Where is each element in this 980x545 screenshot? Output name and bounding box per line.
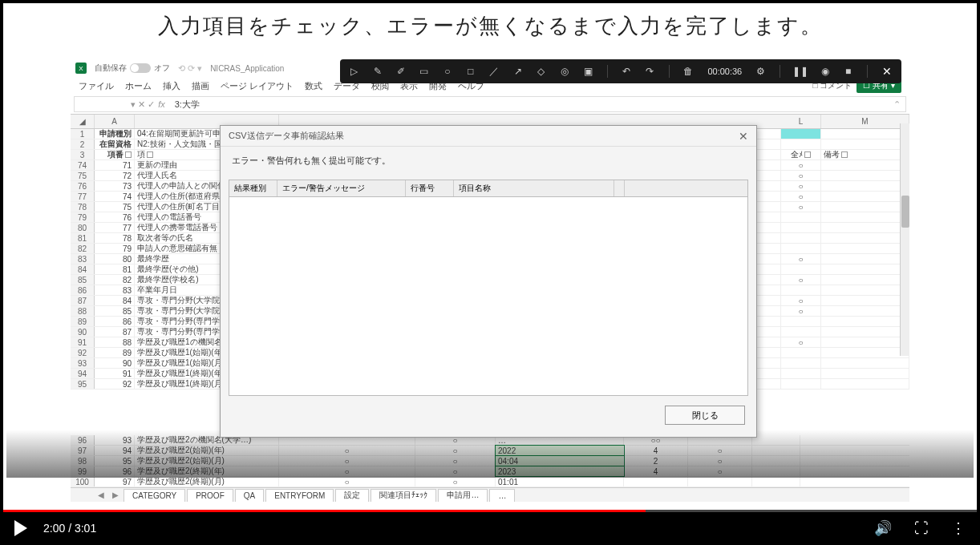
cell[interactable] (781, 264, 821, 274)
scrollbar-thumb[interactable] (901, 196, 909, 228)
cell[interactable]: 81 (95, 264, 135, 274)
cell[interactable] (821, 337, 909, 347)
dialog-close-button[interactable]: 閉じる (665, 406, 745, 425)
ribbon-tab[interactable]: ページ レイアウト (221, 80, 294, 92)
cell[interactable]: 備考 (821, 150, 909, 159)
cell[interactable] (821, 129, 909, 139)
cell[interactable] (821, 379, 909, 389)
cell[interactable] (781, 139, 821, 149)
cell[interactable] (821, 202, 909, 212)
cell[interactable]: ○ (781, 202, 821, 212)
pointer-icon[interactable]: ▷ (350, 66, 358, 77)
row-number[interactable]: 81 (71, 233, 95, 243)
cell[interactable] (821, 275, 909, 285)
cell[interactable]: 92 (95, 379, 135, 389)
cell[interactable]: ○ (781, 171, 821, 180)
col-m[interactable]: M (821, 115, 909, 128)
cell[interactable] (781, 348, 821, 357)
cell[interactable]: ○ (781, 337, 821, 347)
cell[interactable]: 87 (95, 327, 135, 337)
cell[interactable]: ○ (781, 275, 821, 285)
recorder-close-icon[interactable]: ✕ (882, 65, 892, 78)
cell[interactable]: ○ (781, 192, 821, 201)
pen-icon[interactable]: ✎ (373, 66, 382, 77)
cell[interactable] (821, 233, 909, 243)
cell[interactable]: ○ (781, 181, 821, 191)
cell[interactable] (781, 223, 821, 232)
cell[interactable]: 86 (95, 317, 135, 326)
cell[interactable] (821, 223, 909, 232)
cell[interactable] (821, 244, 909, 253)
rec-settings-icon[interactable]: ⚙ (756, 66, 765, 77)
cell[interactable] (821, 171, 909, 180)
row-number[interactable]: 80 (71, 223, 95, 232)
more-icon[interactable]: ⋮ (951, 519, 966, 537)
cell[interactable] (821, 348, 909, 357)
row-number[interactable]: 83 (71, 254, 95, 264)
col-l[interactable]: L (781, 115, 821, 128)
cell[interactable] (781, 327, 821, 337)
cell[interactable]: 89 (95, 348, 135, 357)
cell[interactable]: 90 (95, 358, 135, 368)
row-number[interactable]: 94 (71, 369, 95, 378)
cell[interactable] (821, 192, 909, 201)
cell[interactable] (821, 139, 909, 149)
fullscreen-icon[interactable]: ⛶ (914, 520, 929, 537)
row-number[interactable]: 90 (71, 327, 95, 337)
cell[interactable] (781, 369, 821, 378)
cell[interactable]: 75 (95, 202, 135, 212)
cell[interactable] (821, 160, 909, 170)
cell[interactable] (821, 285, 909, 295)
play-button[interactable] (14, 520, 27, 536)
cell[interactable] (781, 233, 821, 243)
cell[interactable]: ○ (781, 306, 821, 316)
cell[interactable]: 74 (95, 192, 135, 201)
tab-nav-prev[interactable]: ◀ (95, 490, 107, 499)
ribbon-tab[interactable]: 数式 (305, 80, 322, 92)
highlighter-icon[interactable]: ✐ (396, 66, 405, 77)
cell[interactable] (821, 254, 909, 264)
row-number[interactable]: 78 (71, 202, 95, 212)
cell[interactable] (781, 212, 821, 222)
cell[interactable]: 79 (95, 244, 135, 253)
trash-icon[interactable]: 🗑 (683, 66, 693, 77)
cell[interactable] (821, 369, 909, 378)
dialog-col[interactable]: 結果種別 (229, 180, 277, 196)
cell[interactable]: 71 (95, 160, 135, 170)
note-icon[interactable]: ▣ (584, 66, 593, 77)
row-number[interactable]: 85 (71, 275, 95, 285)
cell[interactable] (821, 358, 909, 368)
formula-input[interactable]: 3:大学 (170, 99, 889, 111)
row-number[interactable]: 74 (71, 160, 95, 170)
dialog-col[interactable]: エラー/警告メッセージ (277, 180, 406, 196)
row-number[interactable]: 86 (71, 285, 95, 295)
sheet-tab[interactable]: … (489, 489, 515, 502)
cell[interactable]: 76 (95, 212, 135, 222)
eraser-icon[interactable]: ◇ (537, 66, 545, 77)
row-number[interactable]: 84 (71, 264, 95, 274)
row-number[interactable]: 93 (71, 358, 95, 368)
cell[interactable] (821, 181, 909, 191)
rect-icon[interactable]: ▭ (419, 66, 428, 77)
cell[interactable]: ○ (781, 254, 821, 264)
cell[interactable]: 78 (95, 233, 135, 243)
cell[interactable] (821, 296, 909, 305)
line-icon[interactable]: ／ (489, 66, 499, 77)
sheet-tab[interactable]: 関連項目ﾁｪｯｸ (371, 489, 436, 502)
row-number[interactable]: 3 (71, 150, 95, 159)
sheet-tab[interactable]: 設定 (335, 489, 369, 502)
row-number[interactable]: 89 (71, 317, 95, 326)
ribbon-tab[interactable]: ファイル (79, 80, 114, 92)
cell[interactable]: 83 (95, 285, 135, 295)
sheet-tab[interactable]: ENTRYFORM (265, 489, 334, 502)
row-number[interactable]: 76 (71, 181, 95, 191)
ribbon-tab[interactable]: 描画 (192, 80, 209, 92)
cell[interactable] (781, 317, 821, 326)
cell[interactable]: 73 (95, 181, 135, 191)
cell[interactable]: 72 (95, 171, 135, 180)
cell[interactable] (821, 306, 909, 316)
cell[interactable] (781, 379, 821, 389)
record-icon[interactable]: ◉ (820, 66, 829, 77)
volume-icon[interactable]: 🔊 (874, 519, 892, 537)
row-number[interactable]: 92 (71, 348, 95, 357)
